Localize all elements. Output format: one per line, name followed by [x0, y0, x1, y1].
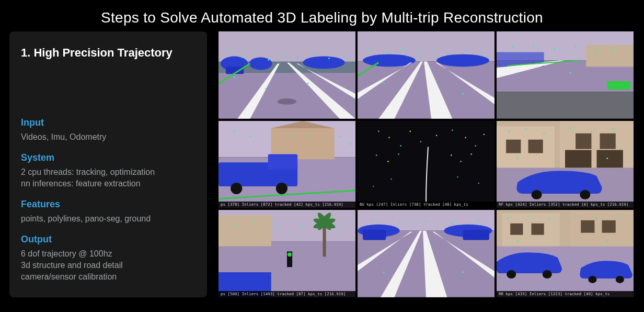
svg-rect-49 — [607, 81, 630, 90]
tile-status: ps [378] Inliers [872] tracked [42] kps_… — [218, 202, 355, 208]
svg-rect-157 — [602, 220, 616, 233]
section-text-features: points, polylines, pano-seg, ground — [21, 213, 196, 225]
svg-point-27 — [436, 54, 489, 67]
section-label-features: Features — [21, 199, 196, 210]
svg-point-160 — [588, 276, 596, 283]
svg-point-19 — [344, 55, 346, 57]
svg-point-82 — [452, 129, 453, 131]
svg-rect-153 — [570, 210, 634, 246]
svg-point-33 — [370, 49, 372, 51]
svg-point-108 — [580, 190, 590, 199]
section-label-output: Output — [21, 234, 196, 245]
svg-point-114 — [612, 128, 613, 130]
svg-point-90 — [460, 161, 462, 162]
svg-point-81 — [436, 135, 438, 136]
svg-point-21 — [265, 88, 267, 90]
svg-point-169 — [606, 240, 608, 242]
svg-point-144 — [399, 223, 400, 225]
svg-point-167 — [618, 216, 619, 217]
svg-point-111 — [543, 132, 545, 134]
tile-front-left — [218, 31, 355, 119]
svg-rect-106 — [596, 150, 623, 168]
svg-point-159 — [543, 270, 552, 278]
svg-point-13 — [255, 52, 256, 54]
svg-rect-105 — [565, 150, 591, 168]
tile-mid-right: RF kps [424] Inliers [352] tracked [0] k… — [497, 121, 634, 208]
svg-point-76 — [378, 130, 380, 132]
svg-rect-120 — [323, 226, 326, 257]
svg-point-86 — [376, 154, 377, 156]
svg-rect-101 — [506, 139, 521, 153]
svg-point-77 — [388, 137, 390, 138]
svg-point-92 — [390, 178, 392, 180]
tile-status: RR kps [433] Inliers [1223] tracked [49]… — [497, 291, 634, 297]
tile-bottom-left: ps [500] Inliers [1493] tracked [87] kps… — [218, 210, 355, 297]
svg-rect-64 — [268, 154, 297, 170]
svg-point-95 — [373, 185, 374, 187]
svg-rect-103 — [576, 133, 591, 149]
svg-point-69 — [307, 133, 309, 135]
svg-point-40 — [480, 52, 482, 54]
svg-point-18 — [328, 58, 330, 59]
svg-point-22 — [307, 83, 309, 84]
section-label-input: Input — [21, 117, 196, 128]
svg-point-127 — [288, 253, 292, 257]
svg-point-85 — [484, 133, 485, 135]
svg-point-94 — [478, 182, 479, 184]
svg-point-74 — [249, 136, 251, 137]
svg-point-107 — [532, 190, 542, 199]
tile-status: BU kps [247] Inliers [738] tracked [48] … — [358, 202, 494, 208]
svg-point-80 — [420, 141, 422, 142]
svg-point-54 — [575, 46, 577, 48]
svg-point-162 — [508, 218, 509, 219]
svg-point-41 — [383, 83, 385, 84]
svg-point-132 — [339, 230, 340, 232]
svg-point-115 — [517, 158, 519, 159]
svg-rect-138 — [463, 230, 489, 240]
svg-point-65 — [231, 183, 242, 194]
svg-point-55 — [596, 51, 597, 53]
svg-point-161 — [616, 276, 624, 283]
svg-point-145 — [425, 221, 427, 222]
svg-point-84 — [475, 145, 476, 147]
section-text-output: 6 dof trajectory @ 100hz 3d structure an… — [21, 248, 196, 283]
svg-point-66 — [276, 183, 288, 194]
section-text-input: Videos, Imu, Odometry — [21, 131, 196, 143]
svg-point-17 — [313, 53, 314, 55]
svg-point-70 — [323, 139, 325, 140]
svg-point-36 — [417, 52, 419, 54]
tile-bottom-right: RR kps [433] Inliers [1223] tracked [49]… — [497, 210, 634, 297]
svg-rect-137 — [363, 230, 386, 240]
svg-point-83 — [465, 137, 466, 138]
svg-point-78 — [400, 145, 401, 147]
svg-rect-104 — [600, 133, 616, 149]
svg-point-163 — [527, 216, 529, 217]
svg-point-149 — [462, 272, 464, 273]
svg-point-165 — [575, 216, 577, 217]
svg-point-93 — [457, 176, 458, 178]
svg-point-12 — [242, 57, 243, 58]
svg-point-35 — [401, 48, 403, 50]
svg-point-166 — [596, 218, 597, 219]
svg-point-39 — [465, 49, 466, 51]
camera-grid: ps [378] Inliers [872] tracked [42] kps_… — [218, 31, 634, 297]
svg-rect-46 — [586, 45, 634, 67]
svg-point-73 — [234, 130, 235, 132]
slide-title: Steps to Solve Automated 3D Labeling by … — [0, 0, 644, 31]
svg-point-148 — [383, 272, 385, 273]
svg-point-87 — [387, 161, 389, 162]
svg-point-53 — [554, 48, 555, 50]
svg-point-34 — [386, 51, 387, 53]
svg-point-116 — [606, 158, 608, 159]
svg-point-112 — [570, 127, 571, 129]
left-panel: 1. High Precision Trajectory Input Video… — [9, 31, 207, 297]
svg-point-37 — [433, 50, 435, 52]
section-text-system: 2 cpu threads: tracking, optimization nn… — [21, 166, 196, 190]
svg-point-89 — [451, 154, 452, 156]
tile-bottom-center — [358, 210, 494, 297]
svg-point-20 — [234, 76, 235, 78]
tile-front-center — [358, 31, 494, 119]
svg-point-14 — [268, 59, 269, 61]
svg-point-16 — [297, 57, 298, 58]
svg-point-129 — [251, 221, 253, 222]
